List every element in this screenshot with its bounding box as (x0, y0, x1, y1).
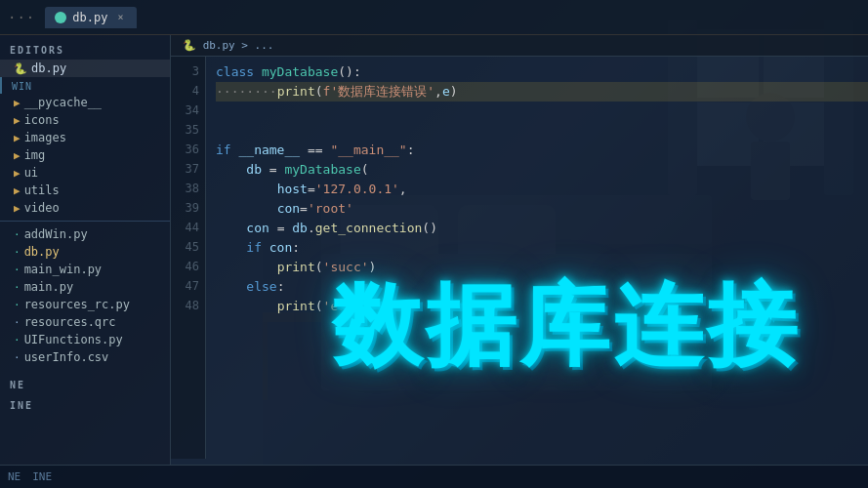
code-line-3: class myDatabase(): (216, 62, 868, 82)
csv-icon: · (14, 351, 21, 364)
title-bar: ··· db.py × (0, 0, 868, 35)
py-icon: · (14, 228, 21, 241)
line-num-38: 38 (171, 180, 205, 199)
folder-icon: ▶ (14, 184, 21, 197)
line-num-34: 34 (171, 102, 205, 121)
tab-label: db.py (72, 11, 107, 24)
folder-label: utils (24, 183, 60, 197)
line-num-36: 36 (171, 141, 205, 160)
file-label: db.py (24, 245, 60, 259)
folder-icon: ▶ (14, 97, 21, 109)
sidebar-item-dbpy[interactable]: 🐍 db.py (0, 60, 170, 77)
line-num-46: 46 (171, 258, 205, 277)
sidebar-folder-video[interactable]: ▶ video (0, 199, 170, 217)
sidebar: EDITORS 🐍 db.py WIN ▶ __pycache__ ▶ icon… (0, 35, 171, 465)
sidebar-file-userinfo[interactable]: · userInfo.csv (0, 348, 170, 366)
line-num-48: 48 (171, 297, 205, 316)
folder-icon: ▶ (14, 114, 21, 127)
code-line-44: con = db.get_connection() (216, 219, 868, 238)
line-num-47: 47 (171, 277, 205, 297)
code-line-4: ········print(f'数据库连接错误',e) (216, 82, 868, 102)
sidebar-folder-pycache[interactable]: ▶ __pycache__ (0, 94, 170, 111)
sidebar-folder-ui[interactable]: ▶ ui (0, 164, 170, 182)
code-line-46: print('succ') (216, 258, 868, 277)
app-container: ··· db.py × EDITORS 🐍 db.py WIN ▶ __pyca… (0, 0, 868, 488)
main-area: EDITORS 🐍 db.py WIN ▶ __pycache__ ▶ icon… (0, 35, 868, 465)
sidebar-file-resourcesrcpy[interactable]: · resources_rc.py (0, 296, 170, 313)
file-label: userInfo.csv (24, 350, 109, 364)
folder-icon: ▶ (14, 202, 21, 215)
code-line-35 (216, 121, 868, 141)
folder-icon: ▶ (14, 149, 21, 162)
sidebar-folder-icons[interactable]: ▶ icons (0, 111, 170, 129)
file-label: resources_rc.py (24, 298, 130, 311)
folder-label: __pycache__ (24, 96, 102, 109)
line-num-3: 3 (171, 62, 205, 82)
file-label: addWin.py (24, 227, 88, 241)
file-label: main_win.py (24, 263, 102, 276)
bottom-label-ne: NE (0, 374, 170, 394)
sidebar-file-uifunctionspy[interactable]: · UIFunctions.py (0, 331, 170, 348)
folder-label: img (24, 148, 46, 162)
code-line-45: if con: (216, 238, 868, 258)
file-icon: · (14, 316, 21, 329)
bottom-label-ine: INE (0, 394, 170, 415)
folder-label: icons (24, 113, 60, 127)
code-line-38: host='127.0.0.1', (216, 180, 868, 199)
sidebar-file-resourcesqrc[interactable]: · resources.qrc (0, 313, 170, 331)
active-tab[interactable]: db.py × (45, 7, 137, 28)
folder-icon: ▶ (14, 132, 21, 144)
line-numbers: 3 4 34 35 36 37 38 39 44 45 46 47 48 (171, 57, 206, 459)
line-num-37: 37 (171, 160, 205, 180)
folder-label: images (24, 131, 66, 144)
line-num-45: 45 (171, 238, 205, 258)
file-label: resources.qrc (24, 315, 116, 329)
editor-area: 🐍 db.py > ... 3 4 34 35 36 37 38 39 44 4… (171, 35, 868, 465)
py-icon: · (14, 264, 21, 276)
breadcrumb: 🐍 db.py > ... (171, 35, 868, 57)
window-dots: ··· (8, 10, 35, 25)
file-label: main.py (24, 280, 74, 294)
code-editor[interactable]: 3 4 34 35 36 37 38 39 44 45 46 47 48 cla… (171, 57, 868, 459)
breadcrumb-icon: 🐍 (183, 39, 196, 52)
line-num-44: 44 (171, 219, 205, 238)
sidebar-file-mainwinpy[interactable]: · main_win.py (0, 261, 170, 278)
breadcrumb-path: db.py > ... (203, 39, 274, 52)
py-icon: · (14, 281, 21, 294)
code-line-37: db = myDatabase( (216, 160, 868, 180)
line-num-35: 35 (171, 121, 205, 141)
sidebar-folder-img[interactable]: ▶ img (0, 146, 170, 164)
win-label: WIN (0, 77, 170, 94)
folder-icon: ▶ (14, 167, 21, 180)
tab-close-button[interactable]: × (113, 11, 127, 24)
py-icon: · (14, 334, 21, 346)
status-bar: NE INE (0, 465, 868, 488)
code-line-34 (216, 102, 868, 121)
line-num-4: 4 (171, 82, 205, 102)
sidebar-folder-images[interactable]: ▶ images (0, 129, 170, 146)
folder-label: ui (24, 166, 38, 180)
sidebar-file-mainpy[interactable]: · main.py (0, 278, 170, 296)
sidebar-file-dbpy2[interactable]: · db.py (0, 243, 170, 261)
sidebar-file-addwinpy[interactable]: · addWin.py (0, 225, 170, 243)
code-line-36: if __name__ == "__main__": (216, 141, 868, 160)
py-icon: · (14, 246, 21, 259)
code-line-39: con='root' (216, 199, 868, 219)
status-ine: INE (32, 470, 52, 483)
code-content: class myDatabase(): ········print(f'数据库连… (206, 57, 868, 459)
folder-label: video (24, 201, 60, 215)
editors-section-title: EDITORS (0, 39, 170, 60)
file-label: UIFunctions.py (24, 333, 123, 346)
code-line-48: print('error') (216, 297, 868, 316)
sidebar-divider (0, 221, 170, 222)
status-ne: NE (8, 470, 21, 483)
sidebar-file-label: db.py (31, 61, 66, 75)
line-num-39: 39 (171, 199, 205, 219)
python-file-icon (55, 12, 66, 23)
code-line-47: else: (216, 277, 868, 297)
py-icon: · (14, 299, 21, 311)
python-icon: 🐍 (14, 62, 27, 75)
sidebar-folder-utils[interactable]: ▶ utils (0, 182, 170, 199)
